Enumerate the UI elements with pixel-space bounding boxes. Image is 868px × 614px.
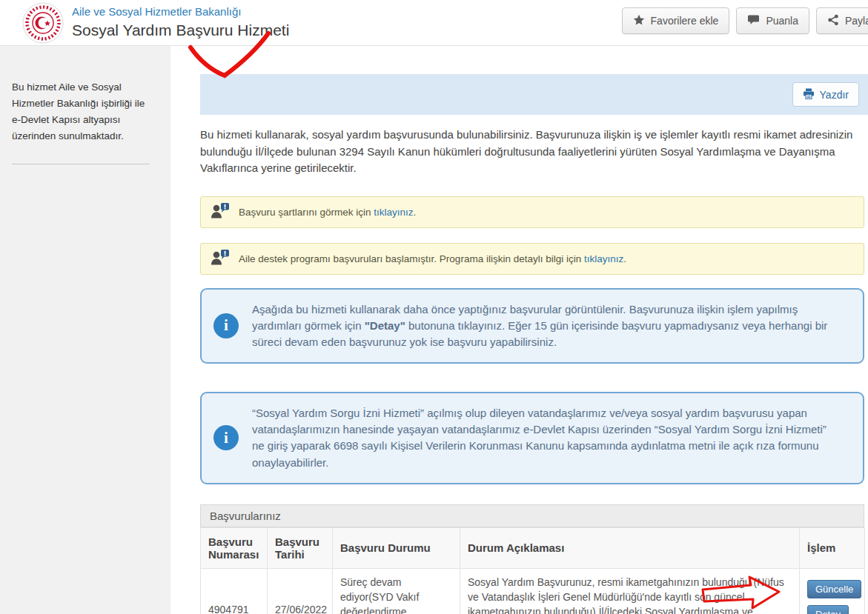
alert-text-prefix: Aile destek programı başvuruları başlamı…	[239, 253, 584, 264]
header-titles: Aile ve Sosyal Hizmetler Bakanlığı Sosya…	[72, 4, 289, 41]
main-content: Yazdır Bu hizmeti kullanarak, sosyal yar…	[170, 46, 868, 614]
header-actions: Favorilere ekle Puanla	[622, 7, 868, 34]
cell-actions: Güncelle Detay	[800, 568, 865, 614]
column-status-description: Durum Açıklaması	[460, 527, 800, 568]
sidebar-info-text: Bu hizmet Aile ve Sosyal Hizmetler Bakan…	[12, 79, 153, 144]
info-icon: i	[213, 313, 239, 338]
page-title: Sosyal Yardım Başvuru Hizmeti	[72, 20, 289, 41]
table-header-row: Başvuru Numarası Başvuru Tarihi Başvuru …	[201, 527, 865, 568]
info-box-text: “Sosyal Yardım Sorgu İzni Hizmeti” açılm…	[252, 405, 830, 471]
alert-text-prefix: Başvuru şartlarını görmek için	[239, 207, 374, 218]
column-application-status: Başvuru Durumu	[333, 527, 460, 568]
ministry-logo	[22, 2, 64, 44]
share-label: Paylaş	[845, 15, 868, 27]
person-exclamation-icon	[210, 249, 230, 269]
column-application-number: Başvuru Numarası	[201, 527, 268, 568]
alert-link[interactable]: tıklayınız	[374, 207, 413, 218]
cell-application-number: 4904791	[201, 568, 268, 614]
alert-text: Başvuru şartlarını görmek için tıklayını…	[239, 207, 416, 218]
detail-button[interactable]: Detay	[807, 605, 849, 614]
person-exclamation-icon	[210, 202, 230, 222]
print-button[interactable]: Yazdır	[792, 82, 859, 107]
sidebar: Bu hizmet Aile ve Sosyal Hizmetler Bakan…	[0, 46, 170, 614]
share-button[interactable]: Paylaş	[816, 7, 868, 34]
alert-text-suffix: .	[414, 207, 417, 218]
add-to-favorites-label: Favorilere ekle	[651, 15, 719, 27]
column-actions: İşlem	[800, 527, 865, 568]
printer-icon	[803, 88, 815, 101]
info-box-previous-applications: i Aşağıda bu hizmeti kullanarak daha önc…	[200, 288, 864, 364]
table-row: 4904791 27/06/2022 Süreç devam ediyor(SY…	[201, 568, 865, 614]
alert-text-suffix: .	[623, 253, 626, 264]
page: Aile ve Sosyal Hizmetler Bakanlığı Sosya…	[0, 0, 868, 614]
sidebar-divider	[12, 164, 150, 164]
update-button[interactable]: Güncelle	[807, 580, 861, 598]
alert-link[interactable]: tıklayınız	[584, 253, 623, 264]
info-text-bold: "Detay"	[365, 319, 405, 332]
intro-paragraph: Bu hizmeti kullanarak, sosyal yardım baş…	[200, 127, 864, 177]
header: Aile ve Sosyal Hizmetler Bakanlığı Sosya…	[0, 0, 868, 46]
alert-application-terms: Başvuru şartlarını görmek için tıklayını…	[200, 196, 864, 228]
applications-section: Başvurularınız Başvuru Numarası Başvuru …	[200, 504, 864, 614]
alert-family-support-program: Aile destek programı başvuruları başlamı…	[200, 243, 864, 275]
comment-icon	[747, 14, 760, 28]
print-label: Yazdır	[820, 89, 849, 101]
cell-application-status: Süreç devam ediyor(SYD Vakıf değerlendir…	[333, 568, 460, 614]
applications-title: Başvurularınız	[200, 504, 864, 527]
star-icon	[633, 14, 645, 28]
share-icon	[827, 14, 839, 28]
cell-status-description: Sosyal Yardım Başvurunuz, resmi ikametga…	[460, 568, 800, 614]
column-application-date: Başvuru Tarihi	[268, 527, 333, 568]
info-box-text: Aşağıda bu hizmeti kullanarak daha önce …	[252, 301, 830, 351]
rate-label: Puanla	[766, 15, 798, 27]
ministry-name: Aile ve Sosyal Hizmetler Bakanlığı	[72, 4, 289, 19]
info-icon: i	[213, 425, 239, 450]
toolbar-strip: Yazdır	[200, 74, 868, 115]
alert-text: Aile destek programı başvuruları başlamı…	[239, 253, 626, 264]
rate-button[interactable]: Puanla	[736, 7, 809, 34]
add-to-favorites-button[interactable]: Favorilere ekle	[622, 7, 730, 34]
cell-application-date: 27/06/2022	[268, 568, 333, 614]
info-box-consent-service: i “Sosyal Yardım Sorgu İzni Hizmeti” açı…	[200, 392, 864, 484]
applications-table: Başvuru Numarası Başvuru Tarihi Başvuru …	[200, 527, 865, 614]
